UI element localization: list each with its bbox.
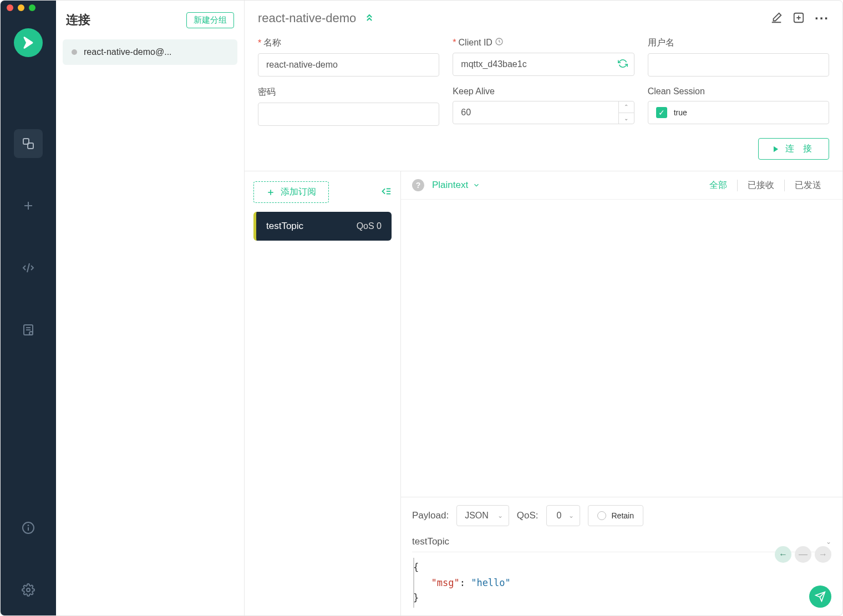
checkbox-checked-icon: ✓ <box>656 107 667 118</box>
connections-title: 连接 <box>66 12 90 28</box>
next-payload-button[interactable]: → <box>815 546 831 563</box>
client-id-input[interactable] <box>453 53 634 76</box>
publish-topic-input[interactable]: testTopic <box>412 536 449 547</box>
tab-received[interactable]: 已接收 <box>738 180 785 191</box>
connection-item[interactable]: react-native-demo@... <box>63 39 237 65</box>
svg-line-4 <box>27 263 29 272</box>
more-menu-icon[interactable]: ··· <box>815 11 829 26</box>
window-controls <box>7 4 35 11</box>
left-nav <box>1 1 56 615</box>
radio-icon <box>597 511 606 520</box>
connection-name: react-native-demo@... <box>84 47 172 57</box>
publish-panel: Payload: JSON⌄ QoS: 0⌄ Retain <box>401 497 842 615</box>
page-title: react-native-demo <box>258 11 356 26</box>
clean-session-value: true <box>674 108 687 117</box>
nav-new[interactable] <box>14 191 43 220</box>
name-input[interactable] <box>258 53 439 77</box>
help-icon[interactable]: ? <box>412 179 424 191</box>
keep-alive-down[interactable]: ⌄ <box>619 113 634 124</box>
username-label: 用户名 <box>648 37 829 49</box>
nav-info[interactable] <box>14 513 43 542</box>
retain-toggle[interactable]: Retain <box>588 505 643 526</box>
password-input[interactable] <box>258 103 439 126</box>
topic-item[interactable]: testTopic QoS 0 <box>253 212 392 241</box>
collapse-form-icon[interactable] <box>364 12 375 25</box>
clean-session-label: Clean Session <box>648 86 829 96</box>
chevron-down-icon[interactable]: ⌄ <box>826 538 831 546</box>
payload-label: Payload: <box>412 510 449 521</box>
clock-icon <box>495 37 504 48</box>
clear-payload-button[interactable]: — <box>795 546 811 563</box>
keep-alive-up[interactable]: ⌃ <box>619 101 634 113</box>
name-label: *名称 <box>258 37 439 49</box>
app-logo <box>14 28 43 57</box>
password-label: 密码 <box>258 86 439 98</box>
payload-format-select[interactable]: JSON⌄ <box>456 505 509 526</box>
prev-payload-button[interactable]: ← <box>775 546 791 563</box>
topic-name: testTopic <box>266 221 303 232</box>
maximize-window-icon[interactable] <box>29 4 35 11</box>
new-window-icon[interactable] <box>793 12 805 26</box>
qos-label: QoS: <box>517 510 539 521</box>
payload-editor[interactable]: { "msg": "hello" } <box>413 558 831 608</box>
svg-point-11 <box>28 525 29 526</box>
send-button[interactable] <box>809 586 831 608</box>
messages-list <box>401 200 842 497</box>
close-window-icon[interactable] <box>7 4 13 11</box>
connection-status-icon <box>72 49 77 55</box>
nav-script[interactable] <box>14 253 43 282</box>
payload-type-select[interactable]: Plaintext <box>432 180 480 191</box>
nav-connections[interactable] <box>14 129 43 158</box>
tab-all[interactable]: 全部 <box>699 180 738 191</box>
messages-panel: ? Plaintext 全部 已接收 已发送 Payload: <box>401 171 842 615</box>
connections-panel: 连接 新建分组 react-native-demo@... <box>56 1 245 615</box>
connect-button[interactable]: 连 接 <box>758 138 829 160</box>
qos-select[interactable]: 0⌄ <box>546 505 580 526</box>
keep-alive-label: Keep Alive <box>453 86 634 96</box>
add-subscription-button[interactable]: 添加订阅 <box>253 181 329 203</box>
nav-log[interactable] <box>14 315 43 344</box>
clean-session-field[interactable]: ✓ true <box>648 101 829 124</box>
new-group-button[interactable]: 新建分组 <box>186 12 234 28</box>
collapse-subscriptions-icon[interactable] <box>379 185 392 199</box>
minimize-window-icon[interactable] <box>18 4 24 11</box>
nav-settings[interactable] <box>14 576 43 604</box>
client-id-label: *Client ID <box>453 37 634 48</box>
topic-qos: QoS 0 <box>357 221 382 231</box>
svg-point-12 <box>27 588 30 592</box>
svg-marker-18 <box>773 146 778 152</box>
keep-alive-input[interactable] <box>453 101 634 124</box>
edit-icon[interactable] <box>770 12 783 26</box>
username-input[interactable] <box>648 53 829 77</box>
tab-sent[interactable]: 已发送 <box>785 180 831 191</box>
subscriptions-panel: 添加订阅 testTopic QoS 0 <box>245 171 401 615</box>
refresh-icon[interactable] <box>618 59 628 70</box>
svg-point-8 <box>29 332 33 335</box>
